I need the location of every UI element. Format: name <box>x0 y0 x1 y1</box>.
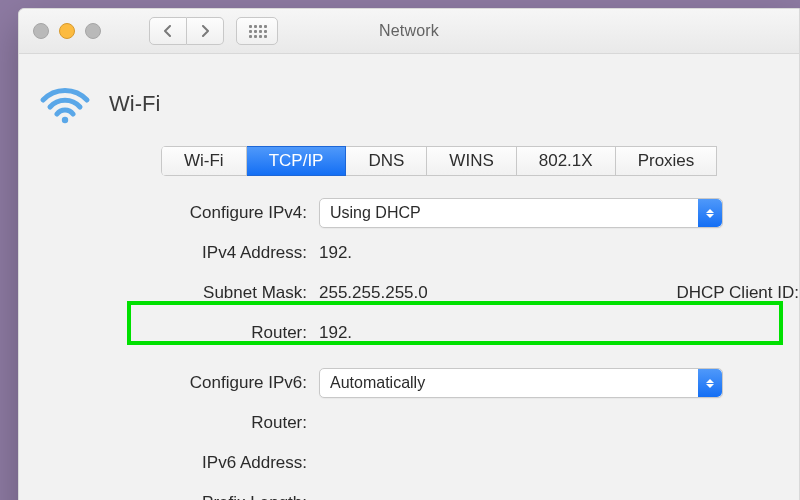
chevron-updown-icon <box>698 199 722 227</box>
tab-tcpip[interactable]: TCP/IP <box>247 146 347 176</box>
back-button[interactable] <box>149 17 187 45</box>
value-ipv4-address: 192. <box>319 243 352 263</box>
zoom-window-button[interactable] <box>85 23 101 39</box>
row-configure-ipv6: Configure IPv6: Automatically <box>19 366 799 400</box>
label-configure-ipv4: Configure IPv4: <box>19 203 319 223</box>
select-configure-ipv6-value: Automatically <box>330 374 425 392</box>
tab-8021x[interactable]: 802.1X <box>517 146 616 176</box>
label-ipv4-address: IPv4 Address: <box>19 243 319 263</box>
tab-wifi[interactable]: Wi-Fi <box>162 146 247 176</box>
row-router-v4: Router: 192. <box>19 316 799 350</box>
label-prefix-length: Prefix Length: <box>19 493 319 500</box>
show-all-button[interactable] <box>236 17 278 45</box>
row-prefix-length: Prefix Length: <box>19 486 799 500</box>
select-configure-ipv4-value: Using DHCP <box>330 204 421 222</box>
row-ipv4-address: IPv4 Address: 192. <box>19 236 799 270</box>
row-router-v6: Router: <box>19 406 799 440</box>
label-router-v6: Router: <box>19 413 319 433</box>
window-title: Network <box>379 22 439 40</box>
minimize-window-button[interactable] <box>59 23 75 39</box>
label-router-v4: Router: <box>19 323 319 343</box>
network-preferences-window: Network Wi-Fi Wi-Fi TCP/IP DNS WINS 802.… <box>18 8 800 500</box>
svg-point-0 <box>62 117 68 123</box>
tab-wins[interactable]: WINS <box>427 146 516 176</box>
tab-proxies[interactable]: Proxies <box>616 146 718 176</box>
value-router-v4: 192. <box>319 323 352 343</box>
tab-dns[interactable]: DNS <box>346 146 427 176</box>
value-subnet-mask: 255.255.255.0 <box>319 283 428 303</box>
row-subnet-mask: Subnet Mask: 255.255.255.0 DHCP Client I… <box>19 276 799 310</box>
label-configure-ipv6: Configure IPv6: <box>19 373 319 393</box>
tcpip-fields: Configure IPv4: Using DHCP IPv4 Address:… <box>19 196 799 500</box>
label-dhcp-client-id: DHCP Client ID: <box>677 283 800 303</box>
nav-group <box>149 17 224 45</box>
row-ipv6-address: IPv6 Address: <box>19 446 799 480</box>
forward-button[interactable] <box>187 17 224 45</box>
grid-icon <box>249 25 265 37</box>
select-configure-ipv4[interactable]: Using DHCP <box>319 198 723 228</box>
wifi-icon <box>39 84 91 124</box>
pane-body: Wi-Fi Wi-Fi TCP/IP DNS WINS 802.1X Proxi… <box>19 54 799 500</box>
tab-bar: Wi-Fi TCP/IP DNS WINS 802.1X Proxies <box>161 146 799 176</box>
interface-name: Wi-Fi <box>109 91 160 117</box>
window-controls <box>33 23 101 39</box>
select-configure-ipv6[interactable]: Automatically <box>319 368 723 398</box>
label-subnet-mask: Subnet Mask: <box>19 283 319 303</box>
titlebar: Network <box>19 9 799 54</box>
chevron-updown-icon <box>698 369 722 397</box>
label-ipv6-address: IPv6 Address: <box>19 453 319 473</box>
interface-header: Wi-Fi <box>19 84 799 124</box>
close-window-button[interactable] <box>33 23 49 39</box>
row-configure-ipv4: Configure IPv4: Using DHCP <box>19 196 799 230</box>
